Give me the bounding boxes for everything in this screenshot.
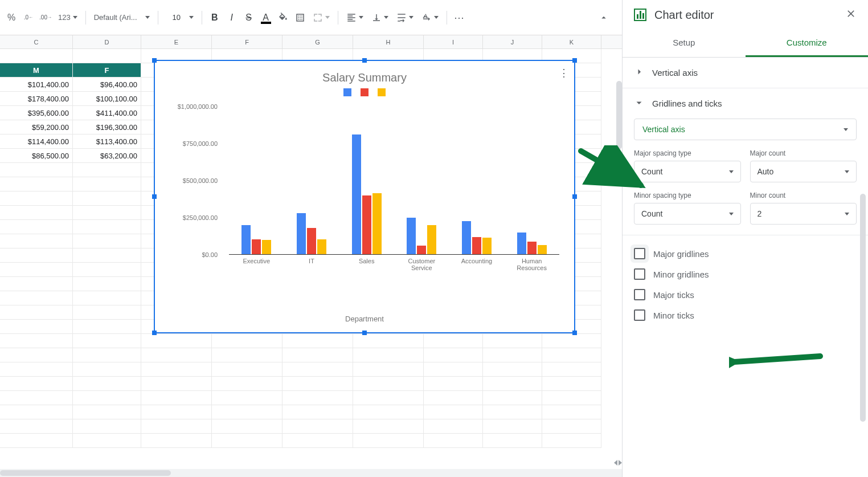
column-header[interactable]: E (141, 35, 212, 48)
resize-handle[interactable] (572, 331, 577, 335)
cell[interactable] (212, 377, 282, 391)
cell[interactable]: M (0, 63, 73, 78)
cell[interactable] (0, 163, 73, 177)
cell[interactable] (141, 434, 212, 448)
cell[interactable]: $178,400.00 (0, 92, 73, 106)
cell[interactable] (212, 362, 282, 377)
cell[interactable] (0, 234, 73, 248)
axis-select-dropdown[interactable]: Vertical axis (634, 119, 857, 140)
cell[interactable] (282, 405, 353, 419)
cell[interactable] (282, 391, 353, 405)
cell[interactable] (0, 334, 73, 348)
cell[interactable] (353, 434, 424, 448)
cell[interactable] (542, 377, 601, 391)
cell[interactable] (0, 419, 73, 434)
column-header[interactable]: I (424, 35, 483, 48)
cell[interactable] (542, 405, 601, 419)
cell[interactable] (0, 220, 73, 234)
font-size-dropdown[interactable] (163, 10, 197, 26)
italic-button[interactable]: I (224, 10, 240, 26)
checkbox-major-gridlines[interactable] (634, 248, 645, 259)
cell[interactable] (212, 419, 282, 434)
cell[interactable] (0, 348, 73, 362)
cell[interactable] (424, 419, 483, 434)
vertical-align-dropdown[interactable] (368, 10, 392, 26)
cell[interactable] (542, 434, 601, 448)
cell[interactable] (424, 377, 483, 391)
cell[interactable] (353, 419, 424, 434)
cell[interactable] (212, 348, 282, 362)
collapse-toolbar-button[interactable] (596, 10, 612, 26)
cell[interactable] (0, 362, 73, 377)
cell[interactable] (0, 177, 73, 191)
cell[interactable] (141, 334, 212, 348)
cell[interactable]: $101,400.00 (0, 78, 73, 92)
percent-format-button[interactable]: % (3, 10, 19, 26)
checkbox-major-ticks[interactable] (634, 289, 645, 300)
cell[interactable] (141, 377, 212, 391)
cell[interactable] (282, 419, 353, 434)
cell[interactable] (73, 377, 141, 391)
cell[interactable] (483, 434, 542, 448)
vertical-scrollbar[interactable] (616, 81, 622, 149)
cell[interactable] (353, 334, 424, 348)
cell[interactable] (424, 405, 483, 419)
merge-cells-dropdown[interactable] (309, 10, 333, 26)
cell[interactable] (353, 362, 424, 377)
column-header[interactable]: H (353, 35, 424, 48)
cell[interactable] (483, 405, 542, 419)
cell[interactable] (424, 362, 483, 377)
resize-handle[interactable] (362, 331, 367, 335)
sidebar-scrollbar[interactable] (860, 194, 866, 422)
cell[interactable]: $395,600.00 (0, 106, 73, 120)
cell[interactable] (73, 348, 141, 362)
tab-setup[interactable]: Setup (623, 30, 746, 57)
decrease-decimal-button[interactable]: .0← (21, 10, 36, 26)
cell[interactable] (282, 377, 353, 391)
cell[interactable] (141, 362, 212, 377)
cell[interactable] (353, 377, 424, 391)
resize-handle[interactable] (152, 58, 157, 63)
cell[interactable] (0, 377, 73, 391)
section-vertical-axis[interactable]: Vertical axis (623, 58, 868, 88)
text-rotate-dropdown[interactable] (418, 10, 442, 26)
close-button[interactable] (845, 8, 857, 22)
cell[interactable] (73, 191, 141, 206)
resize-handle[interactable] (572, 194, 577, 199)
tab-customize[interactable]: Customize (746, 30, 869, 57)
column-header[interactable]: C (0, 35, 73, 48)
horizontal-scrollbar-thumb[interactable] (0, 470, 171, 476)
cell[interactable]: $114,400.00 (0, 134, 73, 149)
increase-decimal-button[interactable]: .00→ (38, 10, 54, 26)
column-header[interactable]: F (212, 35, 282, 48)
cell[interactable] (212, 391, 282, 405)
cell[interactable] (282, 362, 353, 377)
cell[interactable]: F (73, 63, 141, 78)
cell[interactable] (73, 263, 141, 277)
resize-handle[interactable] (152, 194, 157, 199)
cell[interactable]: $96,400.00 (73, 78, 141, 92)
cell[interactable] (483, 334, 542, 348)
cell[interactable] (353, 348, 424, 362)
cell[interactable] (0, 291, 73, 305)
cell[interactable] (353, 391, 424, 405)
cell[interactable] (73, 419, 141, 434)
cell[interactable] (73, 405, 141, 419)
cell[interactable] (73, 334, 141, 348)
minor-spacing-type-select[interactable]: Count (634, 203, 741, 225)
bold-button[interactable]: B (207, 10, 223, 26)
resize-handle[interactable] (572, 58, 577, 63)
embedded-chart[interactable]: ⋮ Salary Summary $0.00$250,000.00$500,00… (154, 60, 575, 333)
cell[interactable] (73, 234, 141, 248)
major-spacing-type-select[interactable]: Count (634, 161, 741, 182)
cell[interactable] (424, 434, 483, 448)
cell[interactable] (0, 49, 73, 63)
column-header[interactable]: K (542, 35, 601, 48)
cell[interactable] (73, 320, 141, 334)
cell[interactable] (542, 362, 601, 377)
cell[interactable] (0, 263, 73, 277)
fill-color-button[interactable] (275, 10, 291, 26)
cell[interactable] (73, 391, 141, 405)
horizontal-scrollbar-track[interactable] (0, 469, 622, 477)
cell[interactable] (282, 434, 353, 448)
